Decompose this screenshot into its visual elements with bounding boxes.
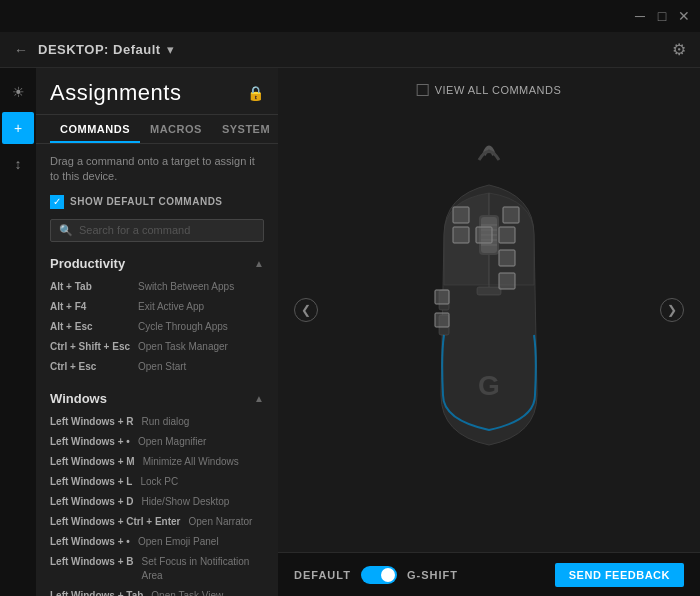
show-default-checkbox[interactable] xyxy=(50,195,64,209)
svg-rect-13 xyxy=(503,207,519,223)
command-key: Alt + Esc xyxy=(50,320,130,334)
command-desc: Lock PC xyxy=(140,475,178,489)
brightness-button[interactable]: ☀ xyxy=(2,76,34,108)
settings-button[interactable]: ⚙ xyxy=(672,40,686,59)
svg-rect-12 xyxy=(453,207,469,223)
section-productivity-label: Productivity xyxy=(50,256,125,271)
list-item[interactable]: Left Windows + L Lock PC xyxy=(50,472,264,492)
command-desc: Open Start xyxy=(138,360,186,374)
drag-hint: Drag a command onto a target to assign i… xyxy=(50,154,264,185)
command-key: Alt + Tab xyxy=(50,280,130,294)
list-item[interactable]: Alt + Esc Cycle Through Apps xyxy=(50,317,264,337)
default-label: DEFAULT xyxy=(294,569,351,581)
section-windows: Windows ▲ xyxy=(50,391,264,406)
command-list-productivity: Alt + Tab Switch Between Apps Alt + F4 E… xyxy=(50,277,264,377)
command-desc: Set Focus in Notification Area xyxy=(142,555,264,583)
main-content: VIEW ALL COMMANDS ❮ xyxy=(278,68,700,596)
svg-rect-15 xyxy=(476,227,492,243)
nav-left-button[interactable]: ❮ xyxy=(294,298,318,322)
list-item[interactable]: Alt + F4 Exit Active App xyxy=(50,297,264,317)
svg-text:G: G xyxy=(478,370,500,401)
list-item[interactable]: Left Windows + R Run dialog xyxy=(50,412,264,432)
sidebar-tabs: COMMANDS MACROS SYSTEM xyxy=(36,115,278,144)
send-feedback-button[interactable]: SEND FEEDBACK xyxy=(555,563,684,587)
toggle-knob xyxy=(381,568,395,582)
tab-system[interactable]: SYSTEM xyxy=(212,115,278,143)
command-key: Left Windows + B xyxy=(50,555,134,583)
icon-bar: ☀ + ↕ xyxy=(0,68,36,596)
svg-rect-20 xyxy=(435,313,449,327)
command-desc: Open Task View xyxy=(151,589,223,596)
list-item[interactable]: Left Windows + M Minimize All Windows xyxy=(50,452,264,472)
mouse-illustration: G xyxy=(389,135,589,485)
lock-icon: 🔒 xyxy=(247,85,264,101)
bottom-bar: DEFAULT G-SHIFT SEND FEEDBACK xyxy=(278,552,700,596)
section-productivity: Productivity ▲ xyxy=(50,256,264,271)
desktop-label: DESKTOP: Default xyxy=(38,42,161,57)
minimize-button[interactable]: ─ xyxy=(632,8,648,24)
command-desc: Cycle Through Apps xyxy=(138,320,228,334)
command-desc: Open Emoji Panel xyxy=(138,535,219,549)
tab-commands[interactable]: COMMANDS xyxy=(50,115,140,143)
list-item[interactable]: Left Windows + Tab Open Task View xyxy=(50,586,264,596)
svg-rect-16 xyxy=(499,227,515,243)
command-key: Ctrl + Shift + Esc xyxy=(50,340,130,354)
sidebar: Assignments 🔒 COMMANDS MACROS SYSTEM Dra… xyxy=(36,68,278,596)
header-nav: ← DESKTOP: Default ▾ ⚙ xyxy=(0,32,700,68)
search-icon: 🔍 xyxy=(59,224,73,237)
svg-rect-18 xyxy=(499,273,515,289)
search-input[interactable] xyxy=(79,224,255,236)
command-desc: Open Narrator xyxy=(188,515,252,529)
window-controls: ─ □ ✕ xyxy=(632,8,692,24)
chevron-productivity[interactable]: ▲ xyxy=(254,258,264,269)
dpi-button[interactable]: ↕ xyxy=(2,148,34,180)
command-desc: Exit Active App xyxy=(138,300,204,314)
desktop-dropdown-icon[interactable]: ▾ xyxy=(167,42,174,57)
command-desc: Hide/Show Desktop xyxy=(142,495,230,509)
mouse-area: ❮ xyxy=(278,68,700,552)
tab-macros[interactable]: MACROS xyxy=(140,115,212,143)
command-key: Alt + F4 xyxy=(50,300,130,314)
sidebar-content: Drag a command onto a target to assign i… xyxy=(36,144,278,596)
list-item[interactable]: Left Windows + D Hide/Show Desktop xyxy=(50,492,264,512)
profile-toggle-switch[interactable] xyxy=(361,566,397,584)
list-item[interactable]: Alt + Tab Switch Between Apps xyxy=(50,277,264,297)
command-desc: Switch Between Apps xyxy=(138,280,234,294)
command-key: Left Windows + R xyxy=(50,415,134,429)
title-bar: ─ □ ✕ xyxy=(0,0,700,32)
svg-rect-10 xyxy=(477,287,501,295)
svg-rect-17 xyxy=(499,250,515,266)
chevron-windows[interactable]: ▲ xyxy=(254,393,264,404)
command-desc: Open Magnifier xyxy=(138,435,206,449)
command-list-windows: Left Windows + R Run dialog Left Windows… xyxy=(50,412,264,596)
gshift-label: G-SHIFT xyxy=(407,569,458,581)
list-item[interactable]: Left Windows + • Open Emoji Panel xyxy=(50,532,264,552)
section-windows-label: Windows xyxy=(50,391,107,406)
app-container: ☀ + ↕ Assignments 🔒 COMMANDS MACROS SYST… xyxy=(0,68,700,596)
svg-rect-14 xyxy=(453,227,469,243)
command-key: Left Windows + • xyxy=(50,535,130,549)
svg-rect-19 xyxy=(435,290,449,304)
show-default-row[interactable]: SHOW DEFAULT COMMANDS xyxy=(50,195,264,209)
maximize-button[interactable]: □ xyxy=(654,8,670,24)
assign-button[interactable]: + xyxy=(2,112,34,144)
nav-right-button[interactable]: ❯ xyxy=(660,298,684,322)
list-item[interactable]: Left Windows + • Open Magnifier xyxy=(50,432,264,452)
list-item[interactable]: Left Windows + Ctrl + Enter Open Narrato… xyxy=(50,512,264,532)
back-button[interactable]: ← xyxy=(14,42,28,58)
list-item[interactable]: Ctrl + Shift + Esc Open Task Manager xyxy=(50,337,264,357)
close-button[interactable]: ✕ xyxy=(676,8,692,24)
mouse-container: G xyxy=(389,135,589,485)
command-desc: Run dialog xyxy=(142,415,190,429)
command-key: Left Windows + M xyxy=(50,455,135,469)
command-key: Left Windows + • xyxy=(50,435,130,449)
command-key: Left Windows + L xyxy=(50,475,132,489)
command-key: Left Windows + D xyxy=(50,495,134,509)
search-box[interactable]: 🔍 xyxy=(50,219,264,242)
show-default-label: SHOW DEFAULT COMMANDS xyxy=(70,196,223,207)
command-key: Left Windows + Ctrl + Enter xyxy=(50,515,180,529)
command-desc: Open Task Manager xyxy=(138,340,228,354)
list-item[interactable]: Ctrl + Esc Open Start xyxy=(50,357,264,377)
profile-toggle: DEFAULT G-SHIFT xyxy=(294,566,458,584)
list-item[interactable]: Left Windows + B Set Focus in Notificati… xyxy=(50,552,264,586)
